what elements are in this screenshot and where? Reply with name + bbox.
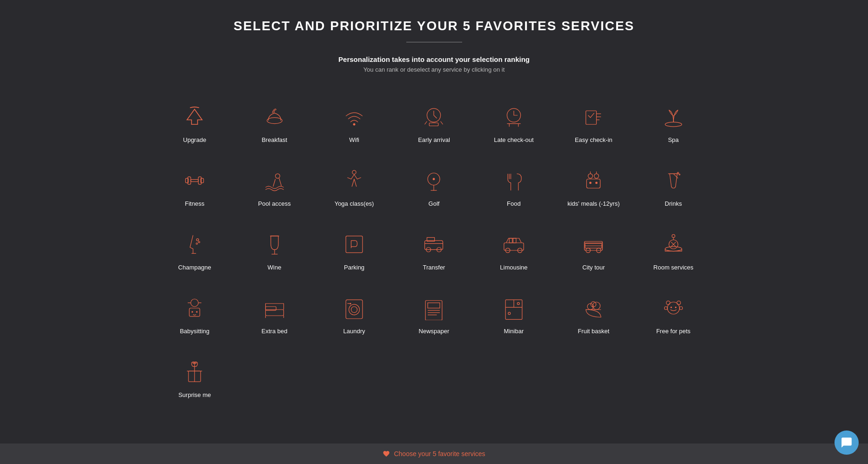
page-container: SELECT AND PRIORITIZE YOUR 5 FAVORITES S… [0, 0, 868, 447]
service-item-pool-access[interactable]: Pool access [235, 155, 314, 219]
laundry-icon [340, 294, 368, 322]
svg-point-68 [670, 306, 672, 308]
food-icon [500, 167, 528, 195]
service-item-spa[interactable]: Spa [633, 92, 713, 155]
service-label-drinks: Drinks [665, 200, 682, 208]
service-label-room-services: Room services [653, 264, 693, 272]
svg-point-21 [589, 182, 592, 184]
svg-rect-56 [428, 303, 440, 308]
service-label-easy-checkin: Easy check-in [575, 136, 612, 144]
extra-bed-icon [261, 294, 289, 322]
chat-button[interactable] [834, 430, 859, 455]
champagne-icon [181, 230, 209, 258]
svg-point-15 [433, 178, 435, 180]
service-label-wine: Wine [268, 264, 282, 272]
wifi-icon [340, 103, 368, 131]
svg-point-27 [196, 243, 197, 244]
svg-rect-9 [188, 177, 191, 184]
svg-point-45 [191, 299, 198, 306]
service-item-extra-bed[interactable]: Extra bed [235, 283, 314, 347]
service-label-yoga: Yoga class(es) [335, 200, 374, 208]
babysitting-icon [181, 294, 209, 322]
svg-point-26 [198, 241, 200, 242]
svg-point-64 [666, 301, 670, 304]
early-arrival-icon [420, 103, 448, 131]
service-label-golf: Golf [429, 200, 440, 208]
chat-icon [841, 437, 853, 449]
svg-point-18 [594, 174, 599, 178]
service-item-babysitting[interactable]: Babysitting [155, 283, 235, 347]
svg-point-58 [508, 312, 511, 315]
city-tour-icon [579, 230, 607, 258]
transfer-icon [420, 230, 448, 258]
service-label-early-arrival: Early arrival [418, 136, 450, 144]
service-item-early-arrival[interactable]: Early arrival [394, 92, 474, 155]
svg-rect-16 [587, 179, 600, 188]
svg-rect-5 [586, 111, 597, 124]
service-item-surprise-me[interactable]: Surprise me [155, 347, 235, 410]
service-item-fitness[interactable]: Fitness [155, 155, 235, 219]
fitness-icon [181, 167, 209, 195]
service-label-pool-access: Pool access [258, 200, 291, 208]
svg-point-52 [349, 304, 360, 315]
service-item-free-for-pets[interactable]: Free for pets [633, 283, 713, 347]
yoga-icon [340, 167, 368, 195]
service-label-babysitting: Babysitting [180, 328, 209, 336]
service-item-wine[interactable]: Wine [235, 219, 314, 283]
svg-rect-11 [191, 179, 198, 182]
service-item-transfer[interactable]: Transfer [394, 219, 474, 283]
svg-point-69 [675, 306, 676, 308]
drinks-icon [659, 167, 687, 195]
services-grid: UpgradeBreakfastWifiEarly arrivalLate ch… [155, 92, 713, 410]
service-label-fruit-basket: Fruit basket [578, 328, 609, 336]
service-item-kids-meals[interactable]: kids' meals (-12yrs) [554, 155, 633, 219]
svg-point-13 [352, 170, 356, 174]
service-label-extra-bed: Extra bed [262, 328, 288, 336]
service-label-wifi: Wifi [349, 136, 359, 144]
page-title: SELECT AND PRIORITIZE YOUR 5 FAVORITES S… [9, 19, 859, 34]
service-item-golf[interactable]: Golf [394, 155, 474, 219]
service-item-drinks[interactable]: Drinks [633, 155, 713, 219]
bottom-bar-text: Choose your 5 favorite services [394, 450, 485, 457]
svg-rect-51 [346, 300, 363, 319]
service-item-limousine[interactable]: Limousine [474, 219, 553, 283]
free-for-pets-icon [659, 294, 687, 322]
service-item-easy-checkin[interactable]: Easy check-in [554, 92, 633, 155]
heart-icon [383, 450, 390, 457]
late-checkout-icon [500, 103, 528, 131]
svg-rect-37 [513, 238, 516, 243]
svg-point-1 [353, 123, 356, 126]
surprise-me-icon [181, 358, 209, 386]
subtitle: Personalization takes into account your … [9, 55, 859, 63]
pool-access-icon [261, 167, 289, 195]
minibar-icon [500, 294, 528, 322]
service-item-room-services[interactable]: Room services [633, 219, 713, 283]
service-item-parking[interactable]: Parking [314, 219, 394, 283]
service-item-minibar[interactable]: Minibar [474, 283, 553, 347]
kids-meals-icon [579, 167, 607, 195]
service-label-upgrade: Upgrade [183, 136, 206, 144]
service-label-parking: Parking [344, 264, 364, 272]
svg-point-25 [196, 239, 199, 241]
parking-icon [340, 230, 368, 258]
service-item-yoga[interactable]: Yoga class(es) [314, 155, 394, 219]
service-item-champagne[interactable]: Champagne [155, 219, 235, 283]
upgrade-icon [181, 103, 209, 131]
service-item-laundry[interactable]: Laundry [314, 283, 394, 347]
service-label-city-tour: City tour [582, 264, 605, 272]
service-item-breakfast[interactable]: Breakfast [235, 92, 314, 155]
service-item-upgrade[interactable]: Upgrade [155, 92, 235, 155]
service-item-city-tour[interactable]: City tour [554, 219, 633, 283]
limousine-icon [500, 230, 528, 258]
service-label-minibar: Minibar [504, 328, 524, 336]
service-item-fruit-basket[interactable]: Fruit basket [554, 283, 633, 347]
service-item-food[interactable]: Food [474, 155, 553, 219]
service-item-late-checkout[interactable]: Late check-out [474, 92, 553, 155]
service-item-wifi[interactable]: Wifi [314, 92, 394, 155]
svg-point-47 [192, 311, 193, 312]
service-item-newspaper[interactable]: Newspaper [394, 283, 474, 347]
svg-rect-29 [425, 241, 443, 250]
svg-point-22 [595, 182, 598, 184]
svg-point-6 [665, 122, 682, 127]
wine-icon [261, 230, 289, 258]
